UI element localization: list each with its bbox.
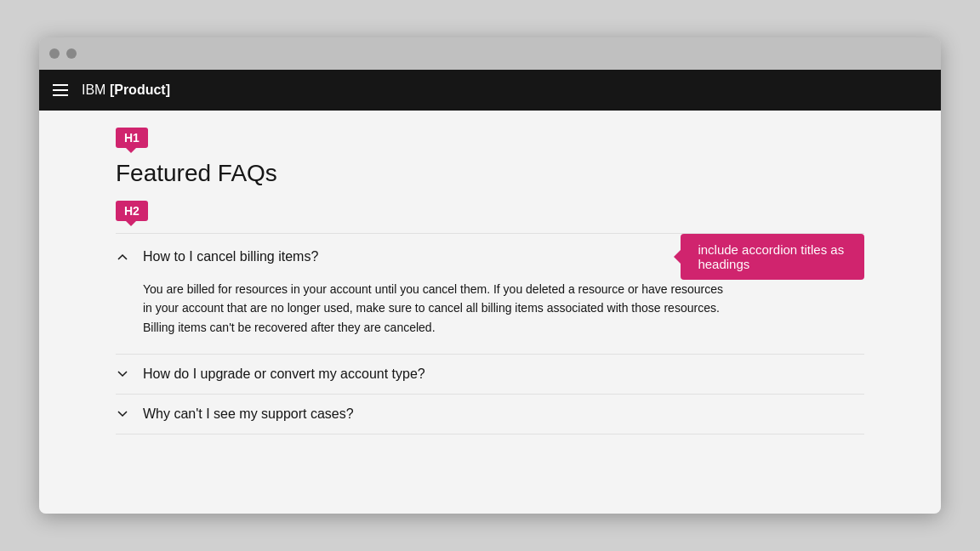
browser-window: IBM [Product] H1 Featured FAQs H2 xyxy=(39,37,941,514)
accordion-toggle-3[interactable]: Why can't I see my support cases? xyxy=(116,395,864,434)
h2-badge-wrapper: H2 xyxy=(116,201,864,226)
tooltip-callout: include accordion titles as headings xyxy=(681,234,864,280)
top-nav: IBM [Product] xyxy=(39,70,941,111)
accordion-header-row-1: How to I cancel billing items? include a… xyxy=(116,234,864,280)
accordion: How to I cancel billing items? include a… xyxy=(116,233,864,435)
accordion-title-3: Why can't I see my support cases? xyxy=(143,406,354,422)
accordion-item-3: Why can't I see my support cases? xyxy=(116,394,864,435)
accordion-content-1: You are billed for resources in your acc… xyxy=(116,280,728,354)
nav-title-bold: [Product] xyxy=(110,82,170,97)
page-content: H1 Featured FAQs H2 How to I can xyxy=(39,111,941,514)
accordion-item-1: How to I cancel billing items? include a… xyxy=(116,233,864,354)
accordion-title-2: How do I upgrade or convert my account t… xyxy=(143,366,425,382)
chevron-up-icon xyxy=(116,250,129,264)
accordion-toggle-1[interactable]: How to I cancel billing items? xyxy=(116,237,670,276)
browser-dot-1 xyxy=(49,48,60,59)
chevron-down-icon-3 xyxy=(116,407,129,421)
browser-chrome xyxy=(39,37,941,70)
accordion-item-2: How do I upgrade or convert my account t… xyxy=(116,354,864,394)
accordion-body-1: You are billed for resources in your acc… xyxy=(143,280,728,337)
page-h1: Featured FAQs xyxy=(116,160,864,187)
nav-title-regular: IBM xyxy=(82,82,110,97)
browser-dot-2 xyxy=(66,48,77,59)
h2-badge: H2 xyxy=(116,201,148,221)
chevron-down-icon-2 xyxy=(116,367,129,381)
nav-title: IBM [Product] xyxy=(82,82,170,98)
tooltip-text: include accordion titles as headings xyxy=(698,242,847,271)
accordion-toggle-2[interactable]: How do I upgrade or convert my account t… xyxy=(116,355,864,394)
h1-badge: H1 xyxy=(116,128,148,148)
h1-badge-wrapper: H1 xyxy=(116,128,864,153)
hamburger-menu-icon[interactable] xyxy=(53,84,68,96)
accordion-title-1: How to I cancel billing items? xyxy=(143,249,318,264)
